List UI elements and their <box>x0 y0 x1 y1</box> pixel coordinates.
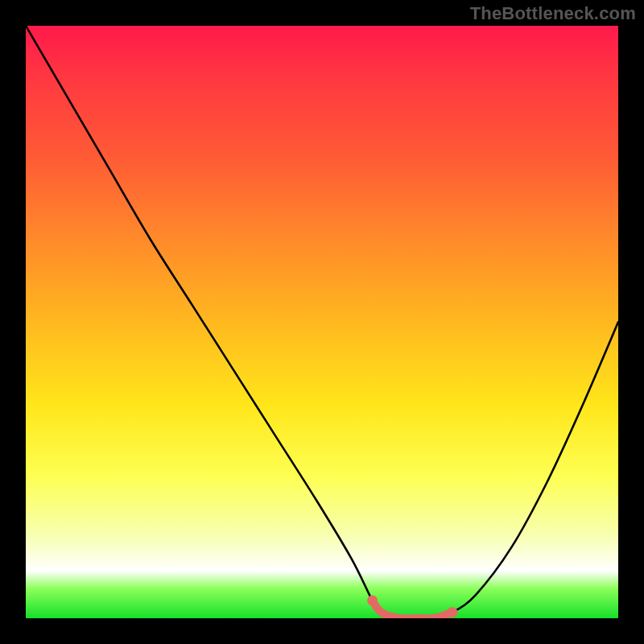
chart-frame: TheBottleneck.com <box>0 0 644 644</box>
valley-highlight <box>373 601 452 618</box>
valley-dot-right <box>447 607 457 617</box>
plot-area <box>26 26 618 618</box>
valley-dot-left <box>367 595 378 605</box>
curve-svg <box>26 26 618 618</box>
bottleneck-curve <box>26 26 618 618</box>
watermark-text: TheBottleneck.com <box>470 3 636 24</box>
